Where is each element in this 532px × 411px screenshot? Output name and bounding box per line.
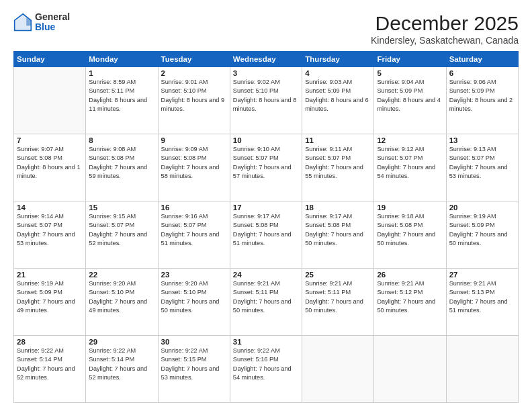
day-number: 10	[233, 136, 299, 144]
calendar-week-row: 28Sunrise: 9:22 AM Sunset: 5:14 PM Dayli…	[14, 336, 519, 403]
table-row: 30Sunrise: 9:22 AM Sunset: 5:15 PM Dayli…	[158, 336, 230, 403]
day-detail: Sunrise: 9:13 AM Sunset: 5:07 PM Dayligh…	[449, 145, 515, 181]
calendar-page: General Blue December 2025 Kindersley, S…	[0, 0, 532, 411]
day-number: 20	[449, 203, 515, 212]
table-row: 26Sunrise: 9:21 AM Sunset: 5:12 PM Dayli…	[374, 269, 446, 336]
day-detail: Sunrise: 9:04 AM Sunset: 5:09 PM Dayligh…	[377, 78, 443, 113]
day-detail: Sunrise: 9:20 AM Sunset: 5:10 PM Dayligh…	[161, 279, 227, 315]
table-row: 11Sunrise: 9:11 AM Sunset: 5:07 PM Dayli…	[302, 134, 374, 201]
day-detail: Sunrise: 9:19 AM Sunset: 5:09 PM Dayligh…	[17, 279, 83, 315]
logo: General Blue	[13, 12, 70, 33]
logo-blue-label: Blue	[35, 22, 70, 32]
table-row: 3Sunrise: 9:02 AM Sunset: 5:10 PM Daylig…	[230, 67, 302, 134]
day-number: 25	[305, 271, 371, 279]
table-row: 4Sunrise: 9:03 AM Sunset: 5:09 PM Daylig…	[302, 67, 374, 134]
day-number: 18	[305, 203, 371, 212]
day-number: 22	[89, 271, 154, 279]
day-detail: Sunrise: 9:22 AM Sunset: 5:15 PM Dayligh…	[161, 347, 227, 382]
day-number: 13	[449, 136, 515, 144]
table-row: 6Sunrise: 9:06 AM Sunset: 5:09 PM Daylig…	[446, 67, 518, 134]
col-thursday: Thursday	[302, 52, 374, 67]
table-row: 16Sunrise: 9:16 AM Sunset: 5:07 PM Dayli…	[158, 201, 230, 269]
table-row: 9Sunrise: 9:09 AM Sunset: 5:08 PM Daylig…	[158, 134, 230, 201]
day-detail: Sunrise: 9:20 AM Sunset: 5:10 PM Dayligh…	[89, 279, 154, 315]
day-detail: Sunrise: 9:10 AM Sunset: 5:07 PM Dayligh…	[233, 145, 299, 181]
day-number: 23	[161, 271, 227, 279]
day-detail: Sunrise: 9:17 AM Sunset: 5:08 PM Dayligh…	[233, 212, 299, 248]
table-row: 14Sunrise: 9:14 AM Sunset: 5:07 PM Dayli…	[14, 201, 86, 269]
table-row: 15Sunrise: 9:15 AM Sunset: 5:07 PM Dayli…	[86, 201, 158, 269]
title-block: December 2025 Kindersley, Saskatchewan, …	[371, 12, 519, 46]
table-row: 28Sunrise: 9:22 AM Sunset: 5:14 PM Dayli…	[14, 336, 86, 403]
day-number: 21	[17, 271, 83, 279]
day-detail: Sunrise: 8:59 AM Sunset: 5:11 PM Dayligh…	[89, 78, 154, 113]
col-monday: Monday	[86, 52, 158, 67]
calendar-week-row: 21Sunrise: 9:19 AM Sunset: 5:09 PM Dayli…	[14, 269, 519, 336]
day-detail: Sunrise: 9:01 AM Sunset: 5:10 PM Dayligh…	[161, 78, 227, 113]
day-number: 28	[17, 338, 83, 346]
day-detail: Sunrise: 9:16 AM Sunset: 5:07 PM Dayligh…	[161, 212, 227, 248]
day-detail: Sunrise: 9:07 AM Sunset: 5:08 PM Dayligh…	[17, 145, 83, 181]
table-row: 10Sunrise: 9:10 AM Sunset: 5:07 PM Dayli…	[230, 134, 302, 201]
table-row: 2Sunrise: 9:01 AM Sunset: 5:10 PM Daylig…	[158, 67, 230, 134]
col-saturday: Saturday	[446, 52, 518, 67]
day-number: 14	[17, 203, 83, 212]
col-friday: Friday	[374, 52, 446, 67]
day-number: 6	[449, 69, 515, 77]
day-number: 19	[377, 203, 443, 212]
day-detail: Sunrise: 9:21 AM Sunset: 5:12 PM Dayligh…	[377, 279, 443, 315]
day-number: 11	[305, 136, 371, 144]
location-label: Kindersley, Saskatchewan, Canada	[371, 35, 519, 46]
table-row: 29Sunrise: 9:22 AM Sunset: 5:14 PM Dayli…	[86, 336, 158, 403]
day-detail: Sunrise: 9:09 AM Sunset: 5:08 PM Dayligh…	[161, 145, 227, 181]
day-detail: Sunrise: 9:22 AM Sunset: 5:14 PM Dayligh…	[17, 347, 83, 382]
day-number: 27	[449, 271, 515, 279]
day-detail: Sunrise: 9:02 AM Sunset: 5:10 PM Dayligh…	[233, 78, 299, 113]
col-wednesday: Wednesday	[230, 52, 302, 67]
day-detail: Sunrise: 9:12 AM Sunset: 5:07 PM Dayligh…	[377, 145, 443, 181]
table-row	[374, 336, 446, 403]
page-header: General Blue December 2025 Kindersley, S…	[13, 12, 519, 46]
day-number: 15	[89, 203, 154, 212]
day-number: 29	[89, 338, 154, 346]
calendar-week-row: 7Sunrise: 9:07 AM Sunset: 5:08 PM Daylig…	[14, 134, 519, 201]
table-row: 20Sunrise: 9:19 AM Sunset: 5:09 PM Dayli…	[446, 201, 518, 269]
calendar-week-row: 14Sunrise: 9:14 AM Sunset: 5:07 PM Dayli…	[14, 201, 519, 269]
day-number: 3	[233, 69, 299, 77]
day-detail: Sunrise: 9:03 AM Sunset: 5:09 PM Dayligh…	[305, 78, 371, 113]
table-row	[14, 67, 86, 134]
calendar-table: Sunday Monday Tuesday Wednesday Thursday…	[13, 51, 519, 403]
table-row: 12Sunrise: 9:12 AM Sunset: 5:07 PM Dayli…	[374, 134, 446, 201]
day-detail: Sunrise: 9:21 AM Sunset: 5:11 PM Dayligh…	[233, 279, 299, 315]
table-row: 8Sunrise: 9:08 AM Sunset: 5:08 PM Daylig…	[86, 134, 158, 201]
table-row: 18Sunrise: 9:17 AM Sunset: 5:08 PM Dayli…	[302, 201, 374, 269]
day-detail: Sunrise: 9:22 AM Sunset: 5:16 PM Dayligh…	[233, 347, 299, 382]
col-tuesday: Tuesday	[158, 52, 230, 67]
table-row: 24Sunrise: 9:21 AM Sunset: 5:11 PM Dayli…	[230, 269, 302, 336]
day-number: 12	[377, 136, 443, 144]
col-sunday: Sunday	[14, 52, 86, 67]
month-title: December 2025	[371, 12, 519, 35]
day-detail: Sunrise: 9:06 AM Sunset: 5:09 PM Dayligh…	[449, 78, 515, 113]
table-row: 23Sunrise: 9:20 AM Sunset: 5:10 PM Dayli…	[158, 269, 230, 336]
calendar-header-row: Sunday Monday Tuesday Wednesday Thursday…	[14, 52, 519, 67]
table-row: 21Sunrise: 9:19 AM Sunset: 5:09 PM Dayli…	[14, 269, 86, 336]
table-row	[302, 336, 374, 403]
day-number: 7	[17, 136, 83, 144]
calendar-week-row: 1Sunrise: 8:59 AM Sunset: 5:11 PM Daylig…	[14, 67, 519, 134]
day-number: 16	[161, 203, 227, 212]
day-number: 24	[233, 271, 299, 279]
logo-general-label: General	[35, 12, 70, 22]
table-row: 31Sunrise: 9:22 AM Sunset: 5:16 PM Dayli…	[230, 336, 302, 403]
day-detail: Sunrise: 9:22 AM Sunset: 5:14 PM Dayligh…	[89, 347, 154, 382]
table-row	[446, 336, 518, 403]
day-detail: Sunrise: 9:14 AM Sunset: 5:07 PM Dayligh…	[17, 212, 83, 248]
day-number: 17	[233, 203, 299, 212]
day-number: 4	[305, 69, 371, 77]
day-number: 2	[161, 69, 227, 77]
table-row: 27Sunrise: 9:21 AM Sunset: 5:13 PM Dayli…	[446, 269, 518, 336]
day-number: 9	[161, 136, 227, 144]
table-row: 13Sunrise: 9:13 AM Sunset: 5:07 PM Dayli…	[446, 134, 518, 201]
day-detail: Sunrise: 9:17 AM Sunset: 5:08 PM Dayligh…	[305, 212, 371, 248]
table-row: 1Sunrise: 8:59 AM Sunset: 5:11 PM Daylig…	[86, 67, 158, 134]
